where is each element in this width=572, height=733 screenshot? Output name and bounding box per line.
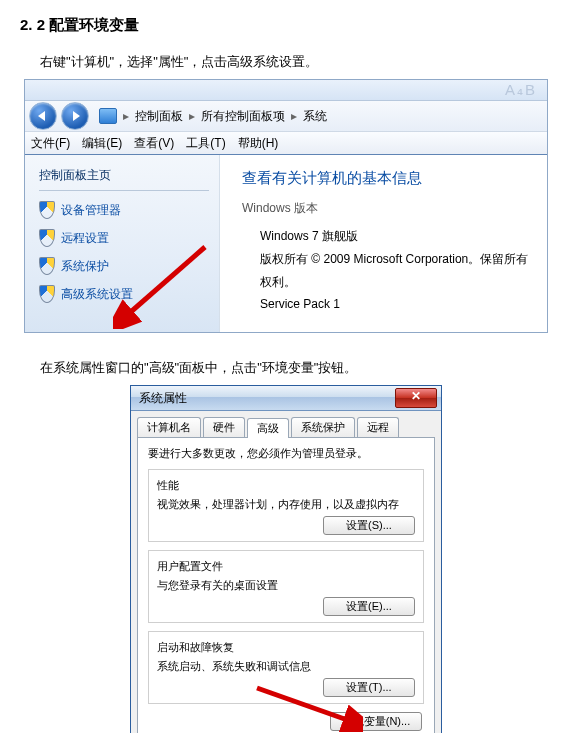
explorer-nav-row: ▸ 控制面板 ▸ 所有控制面板项 ▸ 系统 — [25, 101, 547, 132]
chevron-right-icon: ▸ — [189, 109, 195, 123]
breadcrumb[interactable]: ▸ 控制面板 ▸ 所有控制面板项 ▸ 系统 — [99, 108, 327, 125]
windows-service-pack: Service Pack 1 — [260, 293, 537, 316]
sidebar-item-label: 设备管理器 — [61, 202, 121, 219]
tab-remote[interactable]: 远程 — [357, 417, 399, 437]
control-panel-system-window: A₄B ▸ 控制面板 ▸ 所有控制面板项 ▸ 系统 文件(F) 编辑(E) 查看… — [24, 79, 548, 333]
sidebar-item-system-protection[interactable]: 系统保护 — [39, 257, 209, 275]
window-chrome: A₄B — [25, 80, 547, 101]
decor-text: A₄B — [505, 81, 537, 99]
system-properties-dialog: 系统属性 ✕ 计算机名 硬件 高级 系统保护 远程 要进行大多数更改，您必须作为… — [130, 385, 442, 733]
shield-icon — [39, 229, 55, 247]
computer-icon — [99, 108, 117, 124]
annotation-arrow-icon — [113, 239, 213, 329]
tabs: 计算机名 硬件 高级 系统保护 远程 — [131, 411, 441, 437]
tab-system-protection[interactable]: 系统保护 — [291, 417, 355, 437]
sidebar-item-label: 系统保护 — [61, 258, 109, 275]
group-title: 性能 — [157, 478, 415, 493]
tab-hardware[interactable]: 硬件 — [203, 417, 245, 437]
admin-note: 要进行大多数更改，您必须作为管理员登录。 — [148, 446, 424, 461]
dialog-titlebar: 系统属性 ✕ — [131, 386, 441, 411]
main-pane: 查看有关计算机的基本信息 Windows 版本 Windows 7 旗舰版 版权… — [220, 155, 547, 332]
section-heading: 2. 2 配置环境变量 — [20, 16, 560, 35]
menu-view[interactable]: 查看(V) — [134, 135, 174, 152]
breadcrumb-mid[interactable]: 所有控制面板项 — [201, 108, 285, 125]
shield-icon — [39, 257, 55, 275]
windows-version: Windows 7 旗舰版 — [260, 225, 537, 248]
chevron-right-icon: ▸ — [291, 109, 297, 123]
dialog-title-text: 系统属性 — [139, 390, 187, 407]
sidebar-title: 控制面板主页 — [39, 167, 209, 191]
user-profile-settings-button[interactable]: 设置(E)... — [323, 597, 415, 616]
sidebar-item-device-manager[interactable]: 设备管理器 — [39, 201, 209, 219]
windows-copyright: 版权所有 © 2009 Microsoft Corporation。保留所有权利… — [260, 248, 537, 294]
menu-file[interactable]: 文件(F) — [31, 135, 70, 152]
tab-computer-name[interactable]: 计算机名 — [137, 417, 201, 437]
breadcrumb-root[interactable]: 控制面板 — [135, 108, 183, 125]
nav-forward-button[interactable] — [61, 102, 89, 130]
sidebar: 控制面板主页 设备管理器 远程设置 系统保护 高级系统设置 — [25, 155, 220, 332]
tab-advanced[interactable]: 高级 — [247, 418, 289, 438]
group-desc: 系统启动、系统失败和调试信息 — [157, 659, 415, 674]
menubar: 文件(F) 编辑(E) 查看(V) 工具(T) 帮助(H) — [25, 132, 547, 155]
sidebar-item-label: 高级系统设置 — [61, 286, 133, 303]
windows-edition-label: Windows 版本 — [242, 200, 537, 217]
environment-variables-button[interactable]: 环境变量(N)... — [330, 712, 422, 731]
shield-icon — [39, 285, 55, 303]
startup-settings-button[interactable]: 设置(T)... — [323, 678, 415, 697]
menu-help[interactable]: 帮助(H) — [238, 135, 279, 152]
paragraph-1: 右键"计算机"，选择"属性"，点击高级系统设置。 — [40, 53, 560, 71]
menu-edit[interactable]: 编辑(E) — [82, 135, 122, 152]
group-desc: 与您登录有关的桌面设置 — [157, 578, 415, 593]
group-user-profiles: 用户配置文件 与您登录有关的桌面设置 设置(E)... — [148, 550, 424, 623]
close-button[interactable]: ✕ — [395, 388, 437, 408]
group-title: 启动和故障恢复 — [157, 640, 415, 655]
chevron-right-icon: ▸ — [123, 109, 129, 123]
group-title: 用户配置文件 — [157, 559, 415, 574]
nav-back-button[interactable] — [29, 102, 57, 130]
paragraph-2: 在系统属性窗口的"高级"面板中，点击"环境变量"按钮。 — [40, 359, 560, 377]
group-desc: 视觉效果，处理器计划，内存使用，以及虚拟内存 — [157, 497, 415, 512]
breadcrumb-leaf[interactable]: 系统 — [303, 108, 327, 125]
menu-tools[interactable]: 工具(T) — [186, 135, 225, 152]
page-title: 查看有关计算机的基本信息 — [242, 169, 537, 188]
sidebar-item-label: 远程设置 — [61, 230, 109, 247]
sidebar-item-remote-settings[interactable]: 远程设置 — [39, 229, 209, 247]
group-performance: 性能 视觉效果，处理器计划，内存使用，以及虚拟内存 设置(S)... — [148, 469, 424, 542]
group-startup-recovery: 启动和故障恢复 系统启动、系统失败和调试信息 设置(T)... — [148, 631, 424, 704]
performance-settings-button[interactable]: 设置(S)... — [323, 516, 415, 535]
tab-panel-advanced: 要进行大多数更改，您必须作为管理员登录。 性能 视觉效果，处理器计划，内存使用，… — [137, 437, 435, 733]
shield-icon — [39, 201, 55, 219]
sidebar-item-advanced-system-settings[interactable]: 高级系统设置 — [39, 285, 209, 303]
